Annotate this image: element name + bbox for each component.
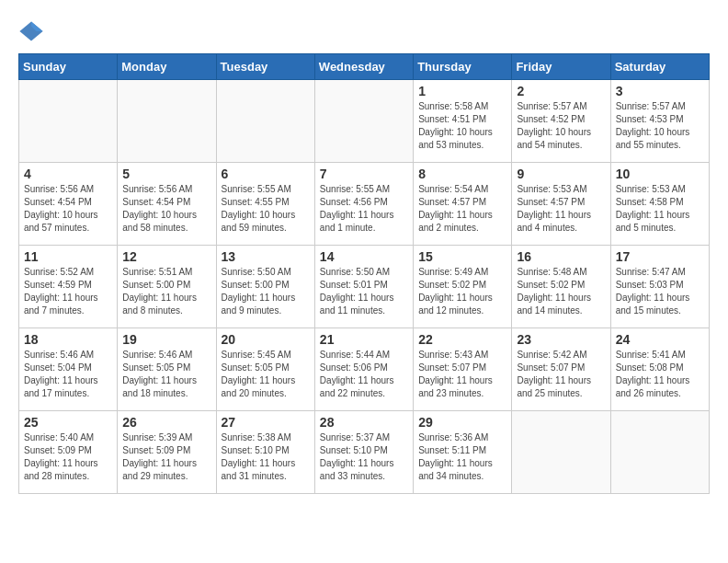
day-info: Sunrise: 5:55 AM Sunset: 4:55 PM Dayligh… (222, 183, 310, 235)
day-cell (19, 80, 118, 163)
day-info: Sunrise: 5:44 AM Sunset: 5:06 PM Dayligh… (320, 349, 408, 400)
day-cell: 29Sunrise: 5:36 AM Sunset: 5:11 PM Dayli… (414, 411, 512, 494)
header-cell-tuesday: Tuesday (216, 54, 314, 80)
day-cell (216, 80, 314, 163)
day-number: 9 (517, 167, 605, 181)
day-cell (610, 411, 709, 494)
week-row-1: 1Sunrise: 5:58 AM Sunset: 4:51 PM Daylig… (19, 80, 710, 163)
day-cell: 17Sunrise: 5:47 AM Sunset: 5:03 PM Dayli… (610, 246, 709, 328)
day-info: Sunrise: 5:52 AM Sunset: 4:59 PM Dayligh… (24, 266, 112, 317)
day-cell: 4Sunrise: 5:56 AM Sunset: 4:54 PM Daylig… (19, 163, 118, 246)
day-number: 11 (24, 249, 112, 264)
day-info: Sunrise: 5:53 AM Sunset: 4:57 PM Dayligh… (517, 183, 605, 235)
day-info: Sunrise: 5:38 AM Sunset: 5:10 PM Dayligh… (222, 431, 310, 483)
day-number: 3 (616, 84, 704, 98)
day-cell: 13Sunrise: 5:50 AM Sunset: 5:00 PM Dayli… (216, 246, 314, 328)
day-cell: 11Sunrise: 5:52 AM Sunset: 4:59 PM Dayli… (19, 246, 118, 328)
day-number: 7 (320, 167, 408, 181)
day-cell: 24Sunrise: 5:41 AM Sunset: 5:08 PM Dayli… (610, 328, 709, 411)
day-info: Sunrise: 5:57 AM Sunset: 4:53 PM Dayligh… (616, 100, 704, 152)
day-cell: 1Sunrise: 5:58 AM Sunset: 4:51 PM Daylig… (414, 80, 512, 163)
day-number: 27 (222, 415, 310, 430)
day-number: 23 (517, 332, 605, 347)
day-cell: 20Sunrise: 5:45 AM Sunset: 5:05 PM Dayli… (216, 328, 314, 411)
day-cell: 26Sunrise: 5:39 AM Sunset: 5:09 PM Dayli… (118, 411, 216, 494)
day-number: 22 (418, 332, 506, 347)
day-number: 26 (122, 415, 210, 430)
day-number: 2 (517, 84, 605, 98)
day-info: Sunrise: 5:46 AM Sunset: 5:04 PM Dayligh… (24, 349, 112, 400)
day-number: 6 (222, 167, 310, 181)
day-number: 20 (222, 332, 310, 347)
week-row-5: 25Sunrise: 5:40 AM Sunset: 5:09 PM Dayli… (19, 411, 710, 494)
day-info: Sunrise: 5:50 AM Sunset: 5:00 PM Dayligh… (222, 266, 310, 317)
day-number: 24 (616, 332, 704, 347)
day-info: Sunrise: 5:53 AM Sunset: 4:58 PM Dayligh… (616, 183, 704, 235)
day-cell: 18Sunrise: 5:46 AM Sunset: 5:04 PM Dayli… (19, 328, 118, 411)
day-info: Sunrise: 5:51 AM Sunset: 5:00 PM Dayligh… (122, 266, 210, 317)
day-info: Sunrise: 5:39 AM Sunset: 5:09 PM Dayligh… (122, 431, 210, 483)
day-info: Sunrise: 5:47 AM Sunset: 5:03 PM Dayligh… (616, 266, 704, 317)
week-row-3: 11Sunrise: 5:52 AM Sunset: 4:59 PM Dayli… (19, 246, 710, 328)
day-cell: 19Sunrise: 5:46 AM Sunset: 5:05 PM Dayli… (118, 328, 216, 411)
day-cell: 15Sunrise: 5:49 AM Sunset: 5:02 PM Dayli… (414, 246, 512, 328)
day-info: Sunrise: 5:50 AM Sunset: 5:01 PM Dayligh… (320, 266, 408, 317)
logo-icon (18, 18, 44, 44)
day-info: Sunrise: 5:48 AM Sunset: 5:02 PM Dayligh… (517, 266, 605, 317)
day-info: Sunrise: 5:36 AM Sunset: 5:11 PM Dayligh… (418, 431, 506, 483)
day-cell: 8Sunrise: 5:54 AM Sunset: 4:57 PM Daylig… (414, 163, 512, 246)
header-cell-saturday: Saturday (610, 54, 709, 80)
day-info: Sunrise: 5:37 AM Sunset: 5:10 PM Dayligh… (320, 431, 408, 483)
day-number: 19 (122, 332, 210, 347)
day-number: 10 (616, 167, 704, 181)
day-cell: 9Sunrise: 5:53 AM Sunset: 4:57 PM Daylig… (512, 163, 610, 246)
header-cell-monday: Monday (118, 54, 216, 80)
day-number: 17 (616, 249, 704, 264)
day-info: Sunrise: 5:55 AM Sunset: 4:56 PM Dayligh… (320, 183, 408, 235)
day-number: 12 (122, 249, 210, 264)
header-cell-friday: Friday (512, 54, 610, 80)
day-cell: 23Sunrise: 5:42 AM Sunset: 5:07 PM Dayli… (512, 328, 610, 411)
day-cell: 5Sunrise: 5:56 AM Sunset: 4:54 PM Daylig… (118, 163, 216, 246)
day-cell: 7Sunrise: 5:55 AM Sunset: 4:56 PM Daylig… (314, 163, 413, 246)
day-info: Sunrise: 5:43 AM Sunset: 5:07 PM Dayligh… (418, 349, 506, 400)
day-cell: 22Sunrise: 5:43 AM Sunset: 5:07 PM Dayli… (414, 328, 512, 411)
week-row-2: 4Sunrise: 5:56 AM Sunset: 4:54 PM Daylig… (19, 163, 710, 246)
day-cell: 16Sunrise: 5:48 AM Sunset: 5:02 PM Dayli… (512, 246, 610, 328)
day-info: Sunrise: 5:40 AM Sunset: 5:09 PM Dayligh… (24, 431, 112, 483)
day-number: 28 (320, 415, 408, 430)
day-info: Sunrise: 5:49 AM Sunset: 5:02 PM Dayligh… (418, 266, 506, 317)
calendar-header: SundayMondayTuesdayWednesdayThursdayFrid… (19, 54, 710, 80)
day-number: 14 (320, 249, 408, 264)
day-number: 13 (222, 249, 310, 264)
day-info: Sunrise: 5:54 AM Sunset: 4:57 PM Dayligh… (418, 183, 506, 235)
logo (18, 18, 48, 44)
day-info: Sunrise: 5:42 AM Sunset: 5:07 PM Dayligh… (517, 349, 605, 400)
calendar-body: 1Sunrise: 5:58 AM Sunset: 4:51 PM Daylig… (19, 80, 710, 494)
day-cell: 2Sunrise: 5:57 AM Sunset: 4:52 PM Daylig… (512, 80, 610, 163)
day-cell (512, 411, 610, 494)
day-cell: 6Sunrise: 5:55 AM Sunset: 4:55 PM Daylig… (216, 163, 314, 246)
day-number: 21 (320, 332, 408, 347)
day-info: Sunrise: 5:56 AM Sunset: 4:54 PM Dayligh… (122, 183, 210, 235)
day-info: Sunrise: 5:45 AM Sunset: 5:05 PM Dayligh… (222, 349, 310, 400)
day-cell: 10Sunrise: 5:53 AM Sunset: 4:58 PM Dayli… (610, 163, 709, 246)
day-number: 5 (122, 167, 210, 181)
day-cell: 27Sunrise: 5:38 AM Sunset: 5:10 PM Dayli… (216, 411, 314, 494)
day-number: 16 (517, 249, 605, 264)
day-cell (118, 80, 216, 163)
day-number: 18 (24, 332, 112, 347)
week-row-4: 18Sunrise: 5:46 AM Sunset: 5:04 PM Dayli… (19, 328, 710, 411)
day-number: 4 (24, 167, 112, 181)
day-number: 1 (418, 84, 506, 98)
header-row: SundayMondayTuesdayWednesdayThursdayFrid… (19, 54, 710, 80)
day-cell: 21Sunrise: 5:44 AM Sunset: 5:06 PM Dayli… (314, 328, 413, 411)
day-info: Sunrise: 5:41 AM Sunset: 5:08 PM Dayligh… (616, 349, 704, 400)
page-header (18, 18, 710, 44)
calendar-table: SundayMondayTuesdayWednesdayThursdayFrid… (18, 53, 710, 494)
day-cell: 28Sunrise: 5:37 AM Sunset: 5:10 PM Dayli… (314, 411, 413, 494)
day-cell: 25Sunrise: 5:40 AM Sunset: 5:09 PM Dayli… (19, 411, 118, 494)
header-cell-wednesday: Wednesday (314, 54, 413, 80)
day-info: Sunrise: 5:58 AM Sunset: 4:51 PM Dayligh… (418, 100, 506, 152)
day-info: Sunrise: 5:46 AM Sunset: 5:05 PM Dayligh… (122, 349, 210, 400)
